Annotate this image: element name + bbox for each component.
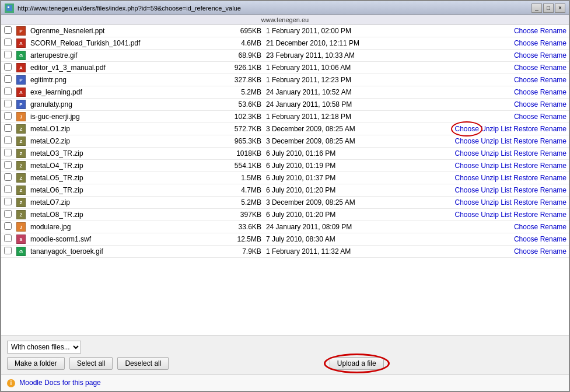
- action-restore[interactable]: Restore: [513, 137, 538, 145]
- action-rename[interactable]: Rename: [540, 27, 566, 35]
- action-choose[interactable]: Choose: [454, 162, 478, 170]
- row-filedate: 1 February 2011, 02:00 PM: [264, 25, 380, 37]
- action-unzip[interactable]: Unzip: [481, 174, 499, 182]
- chosen-files-select[interactable]: With chosen files...: [7, 341, 81, 354]
- action-rename[interactable]: Rename: [540, 247, 566, 256]
- action-choose[interactable]: Choose: [454, 149, 478, 158]
- action-list[interactable]: List: [501, 174, 512, 182]
- action-unzip[interactable]: Unzip: [481, 137, 499, 145]
- action-list[interactable]: List: [501, 125, 512, 133]
- action-rename[interactable]: Rename: [540, 186, 566, 194]
- action-rename[interactable]: Rename: [540, 174, 566, 182]
- action-restore[interactable]: Restore: [513, 186, 538, 194]
- deselect-all-button[interactable]: Deselect all: [117, 357, 169, 370]
- table-row: G arterupestre.gif 68.9KB 23 February 20…: [1, 50, 569, 62]
- minimize-button[interactable]: _: [531, 4, 542, 13]
- action-rename[interactable]: Rename: [540, 76, 566, 84]
- action-list[interactable]: List: [501, 149, 512, 158]
- action-rename[interactable]: Rename: [540, 149, 566, 158]
- close-button[interactable]: ×: [555, 4, 565, 13]
- action-choose[interactable]: Choose: [514, 235, 538, 243]
- action-unzip[interactable]: Unzip: [481, 149, 499, 158]
- row-checkbox[interactable]: [4, 112, 12, 120]
- upload-file-button[interactable]: Upload a file: [330, 357, 384, 370]
- row-checkbox[interactable]: [4, 222, 12, 230]
- action-choose[interactable]: Choose: [514, 88, 538, 96]
- row-checkbox[interactable]: [4, 38, 12, 46]
- action-rename[interactable]: Rename: [540, 125, 566, 133]
- make-folder-button[interactable]: Make a folder: [7, 357, 65, 370]
- action-choose[interactable]: Choose: [454, 186, 478, 194]
- action-list[interactable]: List: [501, 162, 512, 170]
- maximize-button[interactable]: □: [543, 4, 554, 13]
- action-choose[interactable]: Choose: [514, 223, 538, 231]
- action-choose[interactable]: Choose: [454, 211, 478, 219]
- action-choose[interactable]: Choose: [514, 39, 538, 47]
- row-checkbox[interactable]: [4, 161, 12, 169]
- action-choose[interactable]: Choose: [454, 125, 478, 133]
- row-checkbox[interactable]: [4, 124, 12, 132]
- action-restore[interactable]: Restore: [513, 174, 538, 182]
- row-checkbox[interactable]: [4, 210, 12, 218]
- action-choose[interactable]: Choose: [514, 76, 538, 84]
- action-choose[interactable]: Choose: [514, 27, 538, 35]
- row-filesize: 926.1KB: [217, 62, 264, 74]
- select-all-button[interactable]: Select all: [69, 357, 113, 370]
- row-filedate: 1 February 2011, 12:18 PM: [264, 111, 380, 123]
- action-choose[interactable]: Choose: [514, 100, 538, 108]
- row-checkbox[interactable]: [4, 235, 12, 242]
- action-unzip[interactable]: Unzip: [481, 211, 499, 219]
- action-restore[interactable]: Restore: [513, 211, 538, 219]
- action-rename[interactable]: Rename: [540, 235, 566, 243]
- action-list[interactable]: List: [501, 186, 512, 194]
- action-restore[interactable]: Restore: [513, 162, 538, 170]
- action-rename[interactable]: Rename: [540, 211, 566, 219]
- row-checkbox[interactable]: [4, 100, 12, 107]
- row-checkbox[interactable]: [4, 136, 12, 144]
- row-filesize: 53.6KB: [217, 99, 264, 111]
- moodle-docs-link[interactable]: Moodle Docs for this page: [19, 379, 100, 387]
- action-rename[interactable]: Rename: [540, 162, 566, 170]
- action-restore[interactable]: Restore: [513, 198, 538, 206]
- action-choose[interactable]: Choose: [514, 51, 538, 60]
- action-choose[interactable]: Choose: [454, 174, 478, 182]
- action-unzip[interactable]: Unzip: [481, 162, 499, 170]
- row-checkbox[interactable]: [4, 75, 12, 83]
- action-unzip[interactable]: Unzip: [481, 198, 499, 206]
- action-rename[interactable]: Rename: [540, 100, 566, 108]
- action-rename[interactable]: Rename: [540, 64, 566, 72]
- action-choose[interactable]: Choose: [454, 198, 478, 206]
- action-rename[interactable]: Rename: [540, 223, 566, 231]
- action-choose[interactable]: Choose: [514, 113, 538, 121]
- action-list[interactable]: List: [501, 198, 512, 206]
- action-unzip[interactable]: Unzip: [481, 125, 499, 133]
- action-choose[interactable]: Choose: [514, 64, 538, 72]
- row-actions: Choose Unzip List Restore Rename: [380, 123, 569, 135]
- row-checkbox[interactable]: [4, 198, 12, 205]
- action-rename[interactable]: Rename: [540, 51, 566, 60]
- row-checkbox[interactable]: [4, 88, 12, 95]
- action-rename[interactable]: Rename: [540, 88, 566, 96]
- action-restore[interactable]: Restore: [513, 149, 538, 158]
- action-list[interactable]: List: [501, 211, 512, 219]
- row-checkbox-cell: [1, 160, 14, 172]
- action-rename[interactable]: Rename: [540, 137, 566, 145]
- action-rename[interactable]: Rename: [540, 113, 566, 121]
- row-checkbox[interactable]: [4, 63, 12, 71]
- row-checkbox[interactable]: [4, 51, 12, 58]
- row-checkbox[interactable]: [4, 186, 12, 193]
- action-choose[interactable]: Choose: [514, 247, 538, 256]
- file-list-scroll[interactable]: P Ogrenme_Nesneleri.ppt 695KB 1 February…: [1, 25, 569, 335]
- action-choose[interactable]: Choose: [454, 137, 478, 145]
- row-checkbox[interactable]: [4, 173, 12, 181]
- row-checkbox[interactable]: [4, 149, 12, 156]
- row-icon-cell: Z: [14, 172, 28, 184]
- action-list[interactable]: List: [501, 137, 512, 145]
- row-checkbox[interactable]: [4, 247, 12, 254]
- row-checkbox[interactable]: [4, 26, 12, 34]
- row-filename: metaLO5_TR.zip: [28, 172, 217, 184]
- action-rename[interactable]: Rename: [540, 198, 566, 206]
- action-rename[interactable]: Rename: [540, 39, 566, 47]
- action-restore[interactable]: Restore: [513, 125, 538, 133]
- action-unzip[interactable]: Unzip: [481, 186, 499, 194]
